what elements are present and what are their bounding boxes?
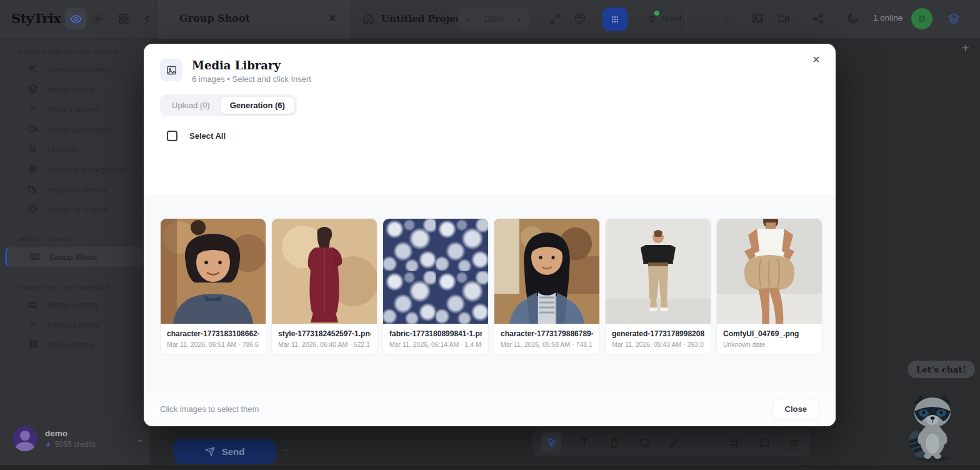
decrement-button[interactable]: −: [282, 444, 288, 455]
file-name: ComfyUI_04769_.png: [723, 329, 816, 338]
modal-close-icon[interactable]: ✕: [809, 52, 823, 66]
menu-icon: [789, 437, 801, 449]
send-button[interactable]: Send: [174, 439, 276, 464]
sidebar-item-concept-creator[interactable]: Concept Creator Ctr: [0, 59, 149, 79]
thumbnail-white-top-skirt: [717, 219, 822, 324]
frame-tool-button[interactable]: [728, 436, 741, 449]
sidebar-item-video-generation[interactable]: Video Generation Ctr: [0, 119, 149, 139]
pen-tool-icon: [28, 184, 39, 195]
select-tool-button[interactable]: [541, 432, 561, 452]
zoom-level[interactable]: 100%: [484, 15, 504, 24]
raccoon-mascot[interactable]: [899, 380, 964, 464]
project-title[interactable]: Untitled Project: [381, 13, 466, 24]
text-tool-button[interactable]: T: [578, 436, 591, 449]
line-tool-button[interactable]: [698, 436, 711, 449]
record-video-button[interactable]: [778, 12, 791, 26]
file-meta: Mar 11, 2026, 05:58 AM · 748.1 KB: [501, 341, 593, 348]
video-camera-icon: [28, 124, 39, 135]
file-name: style-1773182452597-1.png: [278, 329, 371, 338]
sidebar-item-image-to-vector[interactable]: Image to Vector Ctr: [0, 179, 149, 199]
dark-mode-button[interactable]: [846, 12, 860, 26]
home-button[interactable]: [362, 12, 376, 26]
connection-status: Good: [646, 12, 682, 24]
media-item[interactable]: character-1773179886789-1... Mar 11, 202…: [494, 218, 600, 355]
file-tool-button[interactable]: [608, 436, 621, 449]
sparkles-icon: [28, 64, 39, 75]
user-credits: 5055 credits: [45, 440, 96, 449]
app-logo: StyTrix: [11, 11, 61, 26]
layers-panel-button[interactable]: [948, 12, 961, 26]
pencil-icon: [669, 437, 681, 449]
zoom-out-button[interactable]: −: [466, 15, 471, 24]
media-item[interactable]: ComfyUI_04769_.png Unknown date: [716, 218, 822, 355]
palette-icon: [28, 204, 39, 215]
sidebar-item-style-training[interactable]: Style Training Ctr: [0, 99, 149, 119]
wifi-icon: [646, 12, 658, 24]
preview-toggle-button[interactable]: [65, 8, 86, 29]
file-name: character-1773179886789-1...: [501, 329, 593, 338]
select-all-checkbox[interactable]: [167, 131, 178, 141]
menu-button[interactable]: [788, 436, 801, 449]
theme-palette-button[interactable]: [574, 12, 588, 26]
file-name: character-1773183108662-1...: [167, 329, 259, 338]
shape-tool-button[interactable]: [638, 436, 651, 449]
thumbnail-red-dress: [272, 219, 377, 324]
sidebar-item-image-to-sketch[interactable]: Image to Sketch Ctr: [0, 199, 149, 219]
section-header: Model Tools: [19, 236, 149, 242]
tab-close-icon[interactable]: ✕: [328, 12, 337, 25]
grid-view-button[interactable]: [602, 8, 628, 31]
image-grid: character-1773183108662-1... Mar 11, 202…: [144, 196, 836, 391]
apps-button[interactable]: [118, 12, 131, 26]
text-icon: T: [581, 437, 588, 448]
media-item[interactable]: fabric-1773180899841-1.png Mar 11, 2026,…: [382, 218, 489, 355]
settings-button[interactable]: [91, 12, 105, 26]
cursor-icon: [546, 437, 558, 449]
sidebar-item-fabric-library[interactable]: Fabric Library: [0, 314, 149, 334]
redo-button[interactable]: [721, 12, 735, 26]
zoom-in-icon: [28, 144, 39, 155]
undo-button[interactable]: [695, 12, 709, 26]
export-image-button[interactable]: [751, 12, 765, 26]
canvas-add-button[interactable]: +: [962, 41, 969, 56]
camera-icon: [29, 251, 41, 262]
divider: [744, 10, 744, 29]
media-item[interactable]: generated-1773178998208-1... Mar 11, 202…: [605, 218, 711, 355]
thumbnail-fabric-pattern: [383, 219, 488, 324]
comment-tool-button[interactable]: [758, 436, 771, 449]
sidebar-item-group-shoot[interactable]: Group Shoot: [5, 246, 144, 268]
document-tab[interactable]: Group Shoot ✕: [156, 0, 351, 39]
pencil-tool-button[interactable]: [668, 436, 681, 449]
media-item[interactable]: character-1773183108662-1... Mar 11, 202…: [160, 218, 266, 355]
layers-icon: [948, 12, 961, 25]
modal-header: Media Library 6 images • Select and clic…: [144, 44, 836, 116]
thumbnail-woman-portrait: [494, 219, 599, 324]
close-button[interactable]: Close: [772, 399, 819, 419]
zoom-in-button[interactable]: +: [517, 15, 522, 24]
user-account-chip[interactable]: demo 5055 credits ⌄: [12, 426, 144, 451]
increment-button[interactable]: +: [321, 444, 326, 455]
collapse-sidebar-button[interactable]: [141, 12, 155, 26]
fit-screen-button[interactable]: [549, 12, 562, 26]
grid-table-icon: [28, 339, 39, 350]
sidebar-item-mix-match[interactable]: Mix & Match Ctr: [0, 79, 149, 99]
select-all-row: Select All: [144, 116, 836, 154]
media-item[interactable]: style-1773182452597-1.png Mar 11, 2026, …: [271, 218, 378, 355]
tab-generation[interactable]: Generation (6): [221, 97, 294, 114]
sidebar: Core Generation Tools Concept Creator Ct…: [0, 39, 150, 470]
redo-icon: [721, 12, 735, 25]
video-camera-icon: [778, 12, 791, 25]
share-button[interactable]: [812, 12, 826, 26]
section-header: Core Generation Tools: [19, 49, 149, 56]
chat-widget-bubble[interactable]: Let's chat!: [908, 361, 975, 378]
sidebar-item-upscale[interactable]: Upscale Ctr: [0, 139, 149, 159]
presence-avatar[interactable]: D: [911, 8, 932, 29]
line-icon: [699, 437, 711, 449]
grid-dots-icon: [609, 14, 621, 25]
moon-icon: [846, 12, 860, 25]
connection-label: Good: [662, 14, 682, 23]
sidebar-item-style-library[interactable]: Style Library: [0, 334, 149, 354]
tab-upload[interactable]: Upload (0): [162, 97, 219, 114]
sidebar-item-remove-background[interactable]: Remove Background Ctr: [0, 159, 149, 179]
chevron-down-icon[interactable]: ⌄: [137, 434, 144, 444]
sidebar-item-model-library[interactable]: Model Library: [0, 294, 149, 314]
